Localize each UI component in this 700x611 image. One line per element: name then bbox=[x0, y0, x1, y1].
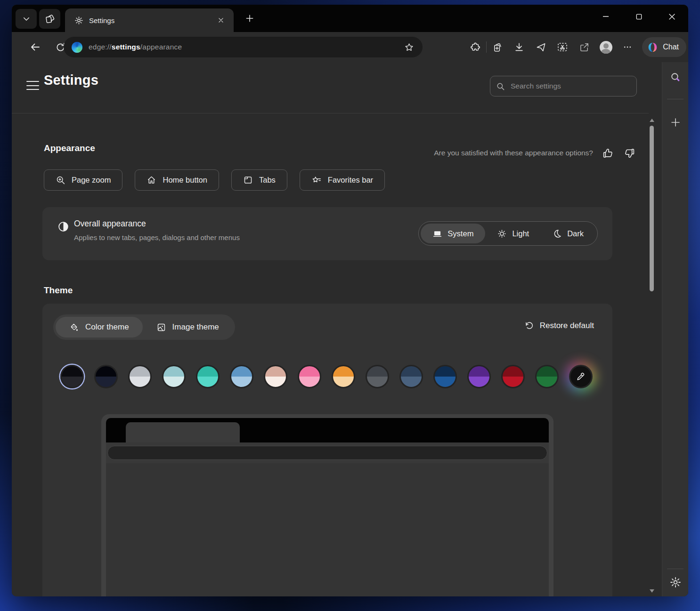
copilot-chat-button[interactable]: Chat bbox=[642, 37, 686, 57]
theme-card: Color theme Image theme Restore default bbox=[42, 304, 612, 596]
maximize-button[interactable] bbox=[622, 5, 655, 28]
option-system-label: System bbox=[448, 229, 473, 238]
collections-button[interactable] bbox=[487, 38, 508, 56]
color-swatch-turquoise[interactable] bbox=[196, 365, 220, 388]
eyedropper-icon bbox=[576, 371, 586, 382]
paper-plane-icon bbox=[536, 42, 546, 53]
color-swatch-steel-blue[interactable] bbox=[230, 365, 253, 388]
favorites-star-list-icon bbox=[311, 175, 322, 185]
color-swatch-slate-blue[interactable] bbox=[399, 365, 423, 388]
web-capture-button[interactable] bbox=[552, 38, 573, 56]
color-swatch-pale-teal[interactable] bbox=[162, 365, 186, 388]
theme-preview-mock-browser bbox=[106, 418, 549, 596]
color-swatch-black[interactable] bbox=[60, 365, 84, 388]
overall-appearance-card: Overall appearance Applies to new tabs, … bbox=[42, 207, 612, 260]
option-light-label: Light bbox=[512, 229, 529, 238]
settings-and-more-button[interactable] bbox=[617, 38, 638, 56]
downloads-button[interactable] bbox=[508, 38, 530, 56]
copilot-icon bbox=[647, 41, 659, 53]
sidebar-divider-top bbox=[667, 99, 684, 99]
color-swatch-dusty-rose[interactable] bbox=[264, 365, 287, 388]
search-settings-input[interactable] bbox=[511, 82, 631, 90]
address-bar[interactable]: edge://settings/appearance bbox=[64, 37, 423, 57]
page-zoom-label: Page zoom bbox=[72, 176, 111, 185]
color-swatch-black-navy[interactable] bbox=[94, 365, 118, 388]
tab-search-button[interactable] bbox=[16, 9, 37, 29]
color-swatch-navy-blue[interactable] bbox=[433, 365, 457, 388]
home-button-button[interactable]: Home button bbox=[135, 169, 219, 191]
feedback-question: Are you satisfied with these appearance … bbox=[434, 149, 593, 157]
option-dark[interactable]: Dark bbox=[541, 224, 595, 243]
color-swatch-light-gray[interactable] bbox=[128, 365, 152, 388]
sidebar-settings-button[interactable] bbox=[666, 573, 685, 592]
appearance-heading: Appearance bbox=[44, 143, 95, 153]
close-icon bbox=[668, 13, 676, 21]
tab-image-theme[interactable]: Image theme bbox=[143, 317, 233, 338]
zoom-magnifier-icon bbox=[56, 175, 65, 185]
favorites-bar-button[interactable]: Favorites bar bbox=[300, 169, 385, 191]
search-settings-box[interactable] bbox=[490, 76, 637, 96]
search-icon bbox=[496, 82, 505, 91]
option-system[interactable]: System bbox=[421, 224, 485, 243]
tab-icon bbox=[243, 175, 253, 185]
screenshot-scissors-icon bbox=[557, 41, 568, 53]
sidebar-divider-bottom bbox=[667, 569, 684, 569]
home-button-label: Home button bbox=[163, 176, 207, 185]
color-swatch-pink[interactable] bbox=[298, 365, 321, 388]
new-tab-button[interactable] bbox=[241, 10, 259, 27]
sidebar-search-button[interactable] bbox=[666, 67, 685, 86]
option-light[interactable]: Light bbox=[485, 224, 541, 243]
moon-icon bbox=[553, 229, 562, 238]
tab-close-button[interactable] bbox=[215, 14, 227, 26]
color-swatch-gray[interactable] bbox=[366, 365, 389, 388]
share-button[interactable] bbox=[573, 38, 595, 56]
puzzle-icon bbox=[470, 42, 481, 53]
profile-button[interactable] bbox=[595, 38, 617, 56]
favorite-star-button[interactable] bbox=[402, 40, 416, 54]
sun-icon bbox=[497, 229, 507, 239]
download-icon bbox=[514, 42, 524, 52]
back-button[interactable] bbox=[28, 40, 42, 54]
page-scrollbar[interactable] bbox=[649, 118, 655, 594]
color-swatch-red[interactable] bbox=[501, 365, 525, 388]
thumbs-up-button[interactable] bbox=[601, 146, 615, 160]
tabs-button[interactable]: Tabs bbox=[231, 169, 287, 191]
restore-default-button[interactable]: Restore default bbox=[524, 321, 594, 330]
tab-actions-button[interactable] bbox=[39, 9, 60, 29]
thumbs-down-icon bbox=[624, 147, 635, 159]
theme-type-tabs: Color theme Image theme bbox=[53, 314, 235, 340]
extensions-button[interactable] bbox=[464, 38, 486, 56]
sidebar-add-button[interactable] bbox=[666, 113, 685, 132]
toolbar-actions: Chat bbox=[464, 32, 688, 62]
laptop-icon bbox=[432, 229, 442, 239]
titlebar: Settings bbox=[12, 5, 688, 32]
chat-label: Chat bbox=[663, 43, 679, 51]
color-swatch-green[interactable] bbox=[535, 365, 559, 388]
minimize-button[interactable] bbox=[589, 5, 622, 28]
tab-color-theme[interactable]: Color theme bbox=[56, 317, 143, 338]
plus-icon bbox=[245, 14, 254, 23]
send-to-devices-button[interactable] bbox=[530, 38, 552, 56]
home-icon bbox=[147, 175, 156, 185]
custom-color-wrap bbox=[569, 365, 593, 388]
color-swatch-orange[interactable] bbox=[332, 365, 355, 388]
settings-menu-button[interactable] bbox=[26, 81, 39, 90]
color-swatch-purple[interactable] bbox=[467, 365, 491, 388]
option-dark-label: Dark bbox=[567, 229, 584, 238]
paint-bucket-icon bbox=[69, 322, 79, 332]
preview-address-bar bbox=[107, 446, 547, 460]
scroll-down-arrow[interactable] bbox=[650, 589, 654, 593]
star-icon bbox=[404, 42, 414, 52]
close-window-button[interactable] bbox=[655, 5, 688, 28]
browser-tab-settings[interactable]: Settings bbox=[65, 8, 234, 32]
gear-icon bbox=[74, 16, 83, 25]
avatar bbox=[600, 41, 612, 54]
tab-stack-icon bbox=[45, 14, 55, 24]
thumbs-down-button[interactable] bbox=[622, 146, 636, 160]
scrollbar-thumb[interactable] bbox=[650, 126, 654, 291]
scroll-up-arrow[interactable] bbox=[650, 119, 654, 122]
page-zoom-button[interactable]: Page zoom bbox=[44, 169, 122, 191]
custom-color-picker-button[interactable] bbox=[569, 365, 593, 388]
restore-icon bbox=[524, 321, 534, 330]
page-title: Settings bbox=[44, 72, 98, 88]
